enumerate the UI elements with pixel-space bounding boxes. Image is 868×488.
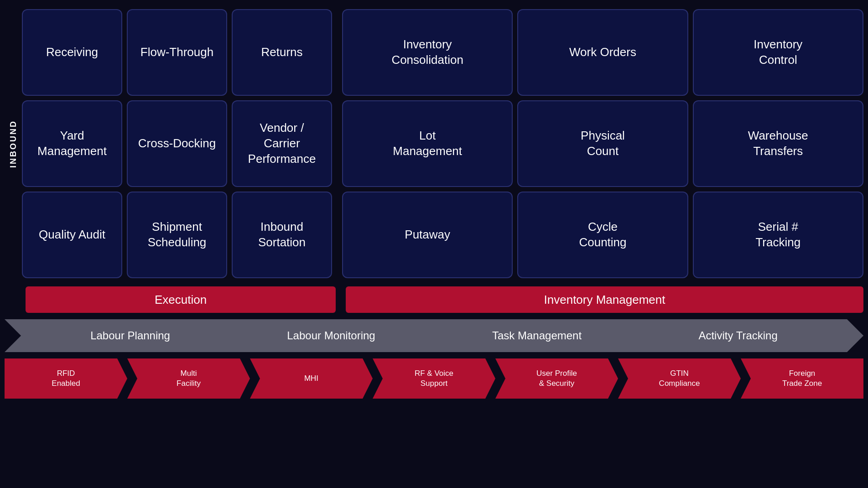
chevrons-row: RFID EnabledMulti FacilityMHIRF & Voice … bbox=[5, 358, 863, 399]
chevron-text-3: RF & Voice Support bbox=[405, 369, 463, 389]
chevron-item-4: User Profile & Security bbox=[495, 358, 618, 399]
chevron-text-0: RFID Enabled bbox=[42, 369, 89, 389]
card-cycle-counting[interactable]: Cycle Counting bbox=[517, 192, 688, 278]
inventory-grid: Inventory ConsolidationWork OrdersInvent… bbox=[342, 9, 863, 278]
chevron-text-1: Multi Facility bbox=[167, 369, 210, 389]
inbound-label-col: INBOUND bbox=[5, 9, 22, 278]
chevron-item-0: RFID Enabled bbox=[5, 358, 127, 399]
chevron-item-2: MHI bbox=[250, 358, 373, 399]
card-flow-through[interactable]: Flow-Through bbox=[127, 9, 227, 96]
card-inbound-sortation[interactable]: Inbound Sortation bbox=[232, 192, 332, 278]
card-yard-management[interactable]: Yard Management bbox=[22, 100, 122, 187]
card-returns[interactable]: Returns bbox=[232, 9, 332, 96]
card-cross-docking[interactable]: Cross-Docking bbox=[127, 100, 227, 187]
card-vendor-carrier[interactable]: Vendor / Carrier Performance bbox=[232, 100, 332, 187]
execution-grid: ReceivingFlow-ThroughReturnsYard Managem… bbox=[22, 9, 332, 278]
card-physical-count[interactable]: Physical Count bbox=[517, 100, 688, 187]
card-lot-management[interactable]: Lot Management bbox=[342, 100, 513, 187]
chevron-text-6: Foreign Trade Zone bbox=[773, 369, 831, 389]
card-work-orders[interactable]: Work Orders bbox=[517, 9, 688, 96]
banners-row: Execution Inventory Management bbox=[0, 282, 868, 313]
card-inventory-control[interactable]: Inventory Control bbox=[693, 9, 863, 96]
main-container: INBOUND ReceivingFlow-ThroughReturnsYard… bbox=[0, 0, 868, 488]
card-inventory-consolidation[interactable]: Inventory Consolidation bbox=[342, 9, 513, 96]
inbound-label: INBOUND bbox=[9, 120, 18, 168]
labour-item-0: Labour Planning bbox=[90, 329, 170, 342]
card-quality-audit[interactable]: Quality Audit bbox=[22, 192, 122, 278]
labour-row-inner: Labour PlanningLabour MonitoringTask Man… bbox=[5, 329, 863, 342]
labour-item-2: Task Management bbox=[492, 329, 582, 342]
card-warehouse-transfers[interactable]: Warehouse Transfers bbox=[693, 100, 863, 187]
inventory-banner: Inventory Management bbox=[346, 286, 863, 313]
card-putaway[interactable]: Putaway bbox=[342, 192, 513, 278]
chevron-text-4: User Profile & Security bbox=[527, 369, 586, 389]
chevron-text-5: GTIN Compliance bbox=[650, 369, 709, 389]
labour-item-3: Activity Tracking bbox=[698, 329, 777, 342]
grids-area: ReceivingFlow-ThroughReturnsYard Managem… bbox=[22, 9, 863, 278]
labour-row: Labour PlanningLabour MonitoringTask Man… bbox=[5, 319, 863, 352]
top-section: INBOUND ReceivingFlow-ThroughReturnsYard… bbox=[0, 5, 868, 278]
chevron-item-6: Foreign Trade Zone bbox=[741, 358, 863, 399]
card-shipment-scheduling[interactable]: Shipment Scheduling bbox=[127, 192, 227, 278]
execution-banner: Execution bbox=[26, 286, 336, 313]
card-serial-tracking[interactable]: Serial # Tracking bbox=[693, 192, 863, 278]
card-receiving[interactable]: Receiving bbox=[22, 9, 122, 96]
chevron-item-1: Multi Facility bbox=[127, 358, 250, 399]
chevron-text-2: MHI bbox=[295, 374, 327, 384]
chevron-item-3: RF & Voice Support bbox=[373, 358, 495, 399]
chevron-item-5: GTIN Compliance bbox=[618, 358, 741, 399]
labour-item-1: Labour Monitoring bbox=[287, 329, 375, 342]
